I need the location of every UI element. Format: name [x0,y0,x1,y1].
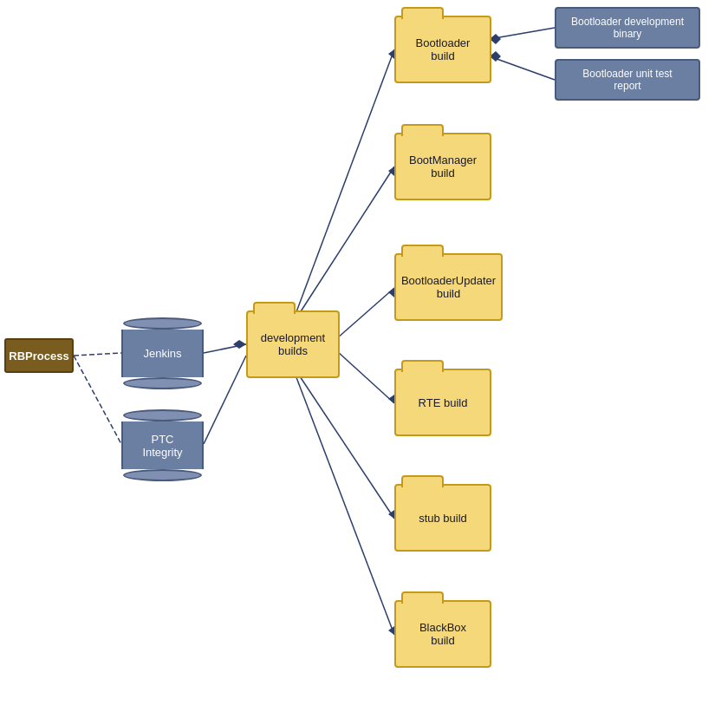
bootloader-dev-binary-node: Bootloader developmentbinary [555,7,700,49]
bootloader-updater-build-node: BootloaderUpdaterbuild [394,253,503,321]
svg-line-4 [204,356,246,444]
stub-build-node: stub build [394,484,491,552]
svg-line-0 [74,353,121,356]
svg-line-15 [295,373,394,635]
blackbox-build-node: BlackBoxbuild [394,600,491,668]
ptc-integrity-label: PTCIntegrity [142,433,182,459]
rbprocess-label: RBProcess [9,349,68,363]
rte-build-node: RTE build [394,369,491,436]
jenkins-label: Jenkins [143,347,181,360]
svg-line-2 [204,344,246,353]
svg-line-5 [295,49,394,317]
bootloader-dev-binary-label: Bootloader developmentbinary [571,16,684,40]
stub-build-label: stub build [419,512,467,525]
bootloader-unit-test-report-node: Bootloader unit testreport [555,59,700,101]
bootloader-unit-test-report-label: Bootloader unit testreport [582,68,672,92]
rte-build-label: RTE build [419,396,468,409]
bootloader-build-label: Bootloaderbuild [416,36,471,62]
svg-line-9 [337,288,394,338]
bootloader-build-node: Bootloaderbuild [394,16,491,83]
development-builds-node: developmentbuilds [246,310,340,378]
bootmanager-build-label: BootManagerbuild [409,154,477,180]
svg-line-19 [490,56,555,80]
svg-line-11 [337,351,394,403]
bootmanager-build-node: BootManagerbuild [394,133,491,200]
jenkins-node: Jenkins [121,317,204,389]
development-builds-label: developmentbuilds [261,331,325,357]
svg-line-17 [490,28,555,39]
bootloader-updater-build-label: BootloaderUpdaterbuild [401,274,496,300]
svg-line-1 [74,356,121,444]
svg-marker-3 [233,340,246,349]
connection-lines [0,0,728,712]
svg-line-13 [295,369,394,519]
svg-line-7 [295,167,394,321]
blackbox-build-label: BlackBoxbuild [419,621,466,647]
ptc-integrity-node: PTCIntegrity [121,409,204,481]
rbprocess-node: RBProcess [4,338,74,373]
